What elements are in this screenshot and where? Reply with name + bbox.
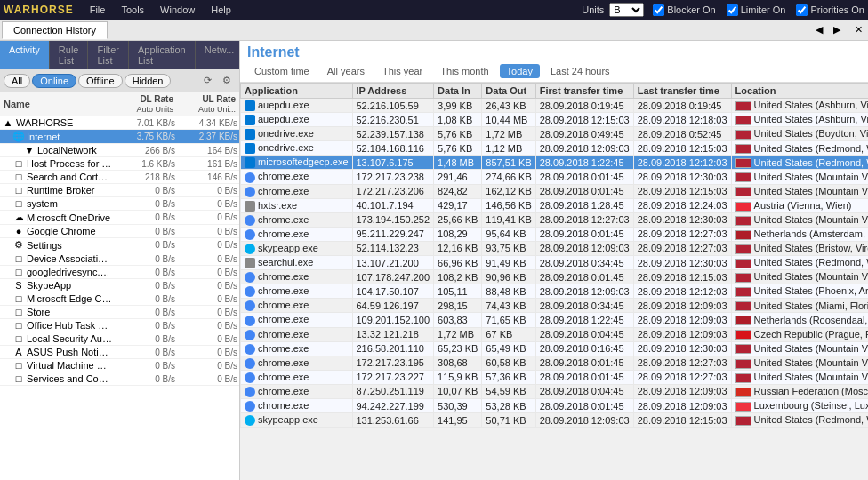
filter-offline[interactable]: Offline [78, 74, 123, 88]
tree-item[interactable]: □ Services and Controller app 0 B/s 0 B/… [0, 372, 239, 386]
menu-tools[interactable]: Tools [114, 3, 151, 17]
tree-item[interactable]: □ Local Security Authority Proc 0 B/s 0 … [0, 332, 239, 346]
tree-item[interactable]: ⚙ Settings 0 B/s 0 B/s [0, 238, 239, 252]
table-row[interactable]: chrome.exe 104.17.50.107 105,11 88,48 KB… [241, 284, 869, 299]
table-col-header[interactable]: Last transfer time [633, 84, 731, 99]
table-row[interactable]: chrome.exe 172.217.23.195 308,68 60,58 K… [241, 356, 869, 370]
table-row[interactable]: microsoftedgecp.exe 13.107.6.175 1,48 MB… [241, 156, 869, 170]
priorities-checkbox[interactable]: Priorities On [796, 4, 864, 16]
tree-item-label: Runtime Broker [27, 185, 113, 196]
table-row[interactable]: chrome.exe 172.217.23.238 291,46 274,66 … [241, 170, 869, 184]
time-filter-btn[interactable]: Last 24 hours [543, 64, 617, 78]
cell-first-transfer: 28.09.2018 0:01:45 [535, 370, 633, 384]
menu-help[interactable]: Help [204, 3, 238, 17]
refresh-icon[interactable]: ⟳ [199, 74, 216, 87]
tree-item[interactable]: □ Store 0 B/s 0 B/s [0, 306, 239, 319]
time-filter-btn[interactable]: Today [500, 64, 540, 78]
table-row[interactable]: skypeapp.exe 52.114.132.23 12,16 KB 93,7… [241, 241, 869, 255]
tree-item[interactable]: □ Device Association Framewo 0 B/s 0 B/s [0, 252, 239, 266]
tree-item-label: Virtual Machine Managemen [27, 360, 113, 371]
filter-hidden[interactable]: Hidden [125, 74, 172, 88]
nav-tab-rulelist[interactable]: Rule List [50, 41, 89, 69]
table-row[interactable]: chrome.exe 87.250.251.119 10,07 KB 54,59… [241, 384, 869, 398]
table-col-header[interactable]: IP Address [352, 84, 434, 99]
table-row[interactable]: chrome.exe 64.59.126.197 298,15 74,43 KB… [241, 299, 869, 313]
tab-close[interactable]: ✕ [849, 22, 868, 37]
blocker-checkbox[interactable]: Blocker On [653, 4, 715, 16]
tree-item[interactable]: □ Runtime Broker 0 B/s 0 B/s [0, 184, 239, 197]
table-row[interactable]: onedrive.exe 52.239.157.138 5,76 KB 1,72… [241, 127, 869, 141]
table-row[interactable]: chrome.exe 109.201.152.100 603,83 71,65 … [241, 313, 869, 327]
table-row[interactable]: chrome.exe 107.178.247.200 108,2 KB 90,9… [241, 270, 869, 284]
tree-item[interactable]: ● Google Chrome 0 B/s 0 B/s [0, 225, 239, 238]
tab-arrow-right[interactable]: ▶ [828, 22, 846, 37]
tree-item[interactable]: ▲ WARHORSE 7.01 KB/s 4.34 KB/s [0, 116, 239, 130]
tree-item[interactable]: □ Office Hub Task Host 0 B/s 0 B/s [0, 319, 239, 332]
flag-icon [735, 301, 751, 311]
table-row[interactable]: skypeapp.exe 131.253.61.66 141,95 50,71 … [241, 413, 869, 428]
main-layout: Activity Rule List Filter List Applicati… [0, 41, 868, 480]
table-row[interactable]: chrome.exe 216.58.201.110 65,23 KB 65,49… [241, 341, 869, 356]
cell-location: United States (Mountain View, California… [731, 370, 868, 384]
table-col-header[interactable]: Data Out [482, 84, 535, 99]
menu-window[interactable]: Window [153, 3, 202, 17]
cell-data-in: 824,82 [434, 184, 482, 198]
tree-item[interactable]: □ Microsoft Edge Content Proc 0 B/s 0 B/… [0, 292, 239, 306]
time-filter-btn[interactable]: This month [433, 64, 495, 78]
app-icon [245, 258, 255, 268]
tree-item[interactable]: □ Virtual Machine Managemen 0 B/s 0 B/s [0, 359, 239, 372]
tree-item[interactable]: □ Host Process for Windows Se 1.6 KB/s 1… [0, 157, 239, 171]
time-filter-btn[interactable]: Custom time [247, 64, 317, 78]
table-row[interactable]: chrome.exe 13.32.121.218 1,72 MB 67 KB 2… [241, 327, 869, 341]
table-row[interactable]: chrome.exe 173.194.150.252 25,66 KB 119,… [241, 212, 869, 227]
table-row[interactable]: chrome.exe 172.217.23.227 115,9 KB 57,36… [241, 370, 869, 384]
table-row[interactable]: chrome.exe 94.242.227.199 530,39 53,28 K… [241, 398, 869, 412]
table-row[interactable]: hxtsr.exe 40.101.7.194 429,17 146,56 KB … [241, 198, 869, 212]
cell-first-transfer: 28.09.2018 12:09:03 [535, 284, 633, 299]
nav-tab-filterlist[interactable]: Filter List [88, 41, 128, 69]
table-row[interactable]: searchui.exe 13.107.21.200 66,96 KB 91,4… [241, 256, 869, 270]
table-col-header[interactable]: Application [241, 84, 353, 99]
cell-ip: 172.217.23.238 [352, 170, 434, 184]
units-select[interactable]: BKBMB [609, 3, 644, 17]
flag-icon [735, 244, 751, 254]
table-row[interactable]: auepdu.exe 52.216.230.51 1,08 KB 10,44 M… [241, 113, 869, 127]
tree-item[interactable]: ☁ Microsoft OneDrive 0 B/s 0 B/s [0, 211, 239, 225]
flag-icon [735, 116, 751, 125]
table-col-header[interactable]: Data In [434, 84, 482, 99]
tab-connection-history[interactable]: Connection History [2, 21, 108, 39]
tree-item-ul: 0 B/s [175, 240, 237, 250]
tree-item-label: Search and Cortana applicati [27, 172, 113, 182]
tab-arrow-left[interactable]: ◀ [810, 22, 828, 37]
time-filter-btn[interactable]: All years [320, 64, 372, 78]
tree-item[interactable]: □ system 0 B/s 0 B/s [0, 197, 239, 211]
tree-item-ul: 2.37 KB/s [175, 132, 237, 141]
tree-item[interactable]: A ASUS Push Notice Server 0 B/s 0 B/s [0, 346, 239, 359]
table-row[interactable]: onedrive.exe 52.184.168.116 5,76 KB 1,12… [241, 141, 869, 156]
tree-item[interactable]: 🌐 Internet 3.75 KB/s 2.37 KB/s [0, 130, 239, 144]
settings-icon[interactable]: ⚙ [218, 74, 236, 87]
connection-table-wrap[interactable]: ApplicationIP AddressData InData OutFirs… [240, 83, 868, 480]
filter-all[interactable]: All [4, 74, 30, 88]
limiter-checkbox[interactable]: Limiter On [727, 4, 786, 16]
tree-item[interactable]: S SkypeApp 0 B/s 0 B/s [0, 279, 239, 292]
table-col-header[interactable]: Location [731, 84, 868, 99]
tree-item[interactable]: ▼ LocalNetwork 266 B/s 164 B/s [0, 144, 239, 157]
nav-tab-netw[interactable]: Netw... [196, 41, 245, 69]
nav-tab-applist[interactable]: Application List [129, 41, 196, 69]
tree-item[interactable]: □ googledrivesync.exe 0 B/s 0 B/s [0, 266, 239, 279]
time-filter-btn[interactable]: This year [375, 64, 430, 78]
nav-tab-activity[interactable]: Activity [0, 41, 50, 69]
tree-item[interactable]: □ Search and Cortana applicati 218 B/s 1… [0, 171, 239, 184]
cell-data-out: 1,72 MB [482, 127, 535, 141]
table-row[interactable]: auepdu.exe 52.216.105.59 3,99 KB 26,43 K… [241, 99, 869, 113]
filter-online[interactable]: Online [32, 74, 76, 88]
table-col-header[interactable]: First transfer time [535, 84, 633, 99]
cell-location: United States (Mountain View, California… [731, 341, 868, 356]
table-row[interactable]: chrome.exe 95.211.229.247 108,29 95,64 K… [241, 227, 869, 241]
cell-ip: 40.101.7.194 [352, 198, 434, 212]
table-row[interactable]: chrome.exe 172.217.23.206 824,82 162,12 … [241, 184, 869, 198]
menu-file[interactable]: File [83, 3, 113, 17]
flag-icon [735, 144, 751, 154]
tree-item-ul: 0 B/s [175, 199, 237, 209]
